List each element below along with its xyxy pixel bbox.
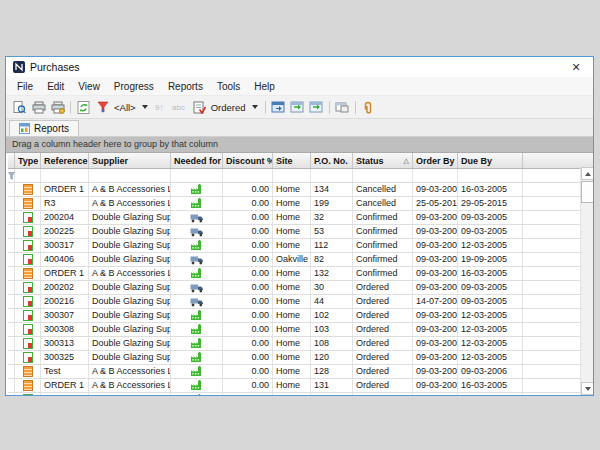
- column-header-label: Discount %: [226, 156, 273, 166]
- cell-due-by: 09-03-2005: [458, 225, 523, 238]
- cell-order-by: 26-05-2015: [413, 393, 458, 395]
- column-header-needed-for[interactable]: Needed for: [171, 153, 223, 168]
- table-row[interactable]: ORD0103Double Glazing Suppliers0.00Home2…: [8, 393, 593, 395]
- cell-discount: 0.00: [223, 267, 273, 280]
- cell-due-by: 16-03-2005: [458, 379, 523, 392]
- cell-status: Ordered: [353, 281, 413, 294]
- column-header-discount[interactable]: Discount %: [223, 153, 273, 168]
- filter-cell-status[interactable]: [353, 169, 413, 182]
- filter-cell-needed-for[interactable]: [171, 169, 223, 182]
- cell-order-by: 25-05-2015: [413, 197, 458, 210]
- app-icon: [13, 61, 25, 73]
- export-window-icon[interactable]: [307, 98, 326, 116]
- filter-value[interactable]: <All>: [112, 102, 138, 113]
- cell-p-o-no: 120: [311, 351, 353, 364]
- table-row[interactable]: 300308Double Glazing Suppliers0.00Home10…: [8, 323, 593, 337]
- refresh-icon[interactable]: [74, 98, 93, 116]
- cell-due-by: 12-03-2005: [458, 323, 523, 336]
- table-row[interactable]: 400406Double Glazing Suppliers0.00Oakvil…: [8, 253, 593, 267]
- filter-cell-p-o-no[interactable]: [311, 169, 353, 182]
- vertical-scrollbar[interactable]: [580, 167, 593, 395]
- cell-supplier: Double Glazing Suppliers: [89, 323, 171, 336]
- table-row[interactable]: R3A & B Accessories Ltd.0.00Home199Cance…: [8, 197, 593, 211]
- cell-p-o-no: 108: [311, 337, 353, 350]
- progress-filter-value[interactable]: Ordered: [209, 102, 248, 113]
- filter-funnel-icon[interactable]: [93, 98, 112, 116]
- menu-item-help[interactable]: Help: [247, 81, 282, 92]
- cell-due-by: 16-03-2005: [458, 183, 523, 196]
- detail-window-icon[interactable]: [269, 98, 288, 116]
- cell-site: Home: [273, 281, 311, 294]
- column-header-due-by[interactable]: Due By: [458, 153, 523, 168]
- column-header-reference[interactable]: Reference: [41, 153, 89, 168]
- row-indicator: [8, 365, 15, 378]
- scrollbar-down-button[interactable]: [581, 382, 593, 395]
- table-row[interactable]: 200204Double Glazing Suppliers0.00Home32…: [8, 211, 593, 225]
- print-setup-icon[interactable]: [48, 98, 67, 116]
- menu-item-tools[interactable]: Tools: [210, 81, 247, 92]
- cell-supplier: Double Glazing Suppliers: [89, 351, 171, 364]
- close-button[interactable]: ✕: [561, 61, 591, 74]
- cell-type: [15, 393, 41, 395]
- table-row[interactable]: 200225Double Glazing Suppliers0.00Home53…: [8, 225, 593, 239]
- table-row[interactable]: 200216Double Glazing Suppliers0.00Home44…: [8, 295, 593, 309]
- column-header-site[interactable]: Site: [273, 153, 311, 168]
- progress-checklist-icon[interactable]: [190, 98, 209, 116]
- svg-text:9↑: 9↑: [155, 103, 163, 112]
- column-header-supplier[interactable]: Supplier: [89, 153, 171, 168]
- cell-due-by: 12-03-2005: [458, 337, 523, 350]
- menu-item-file[interactable]: File: [10, 81, 40, 92]
- filter-cell-order-by[interactable]: [413, 169, 458, 182]
- cell-reference: ORDER 1: [41, 379, 89, 392]
- cell-site: Home: [273, 337, 311, 350]
- filter-cell-supplier[interactable]: [89, 169, 171, 182]
- table-row[interactable]: 300307Double Glazing Suppliers0.00Home10…: [8, 309, 593, 323]
- cell-type: [15, 309, 41, 322]
- cell-due-by: 12-03-2005: [458, 351, 523, 364]
- filter-cell-due-by[interactable]: [458, 169, 523, 182]
- import-window-icon[interactable]: [288, 98, 307, 116]
- table-row[interactable]: TestA & B Accessories Ltd.0.00Home128Ord…: [8, 365, 593, 379]
- print-icon[interactable]: [29, 98, 48, 116]
- column-header-type[interactable]: Type: [15, 153, 41, 168]
- group-by-drop-zone[interactable]: Drag a column header here to group by th…: [6, 137, 593, 153]
- cell-needed-for: [171, 211, 223, 224]
- menu-item-edit[interactable]: Edit: [40, 81, 71, 92]
- filter-dropdown-arrow-icon[interactable]: [142, 105, 148, 109]
- cell-supplier: Double Glazing Suppliers: [89, 309, 171, 322]
- table-row[interactable]: 300317Double Glazing Suppliers0.00Home11…: [8, 239, 593, 253]
- filter-cell-reference[interactable]: [41, 169, 89, 182]
- cell-order-by: 09-03-2005: [413, 281, 458, 294]
- filter-cell-site[interactable]: [273, 169, 311, 182]
- properties-window-icon[interactable]: [333, 98, 352, 116]
- scrollbar-up-button[interactable]: [581, 167, 593, 180]
- filter-cell-discount[interactable]: [223, 169, 273, 182]
- cell-site: Home: [273, 225, 311, 238]
- print-preview-icon[interactable]: [10, 98, 29, 116]
- column-header-order-by[interactable]: Order By: [413, 153, 458, 168]
- column-header-p-o-no[interactable]: P.O. No.: [311, 153, 353, 168]
- table-row[interactable]: ORDER 1A & B Accessories Ltd.0.00Home132…: [8, 267, 593, 281]
- cell-status: Ordered: [353, 379, 413, 392]
- menu-item-reports[interactable]: Reports: [161, 81, 210, 92]
- table-row[interactable]: 300325Double Glazing Suppliers0.00Home12…: [8, 351, 593, 365]
- cell-discount: 0.00: [223, 379, 273, 392]
- cell-supplier: A & B Accessories Ltd.: [89, 183, 171, 196]
- attachment-paperclip-icon[interactable]: [359, 98, 378, 116]
- cell-order-by: 09-03-2005: [413, 323, 458, 336]
- progress-dropdown-arrow-icon[interactable]: [252, 105, 258, 109]
- filter-cell-type[interactable]: [15, 169, 41, 182]
- table-row[interactable]: 300313Double Glazing Suppliers0.00Home10…: [8, 337, 593, 351]
- column-header-status[interactable]: Status△: [353, 153, 413, 168]
- menu-item-view[interactable]: View: [71, 81, 107, 92]
- cell-discount: 0.00: [223, 337, 273, 350]
- tab-reports[interactable]: Reports: [9, 120, 79, 136]
- cell-p-o-no: 82: [311, 253, 353, 266]
- needed-for-factory-icon: [190, 184, 203, 195]
- table-row[interactable]: ORDER 1A & B Accessories Ltd.0.00Home131…: [8, 379, 593, 393]
- table-row[interactable]: ORDER 1A & B Accessories Ltd.0.00Home134…: [8, 183, 593, 197]
- menu-item-progress[interactable]: Progress: [107, 81, 161, 92]
- toolbar-separator: [265, 101, 266, 114]
- scrollbar-thumb[interactable]: [581, 181, 593, 203]
- table-row[interactable]: 200202Double Glazing Suppliers0.00Home30…: [8, 281, 593, 295]
